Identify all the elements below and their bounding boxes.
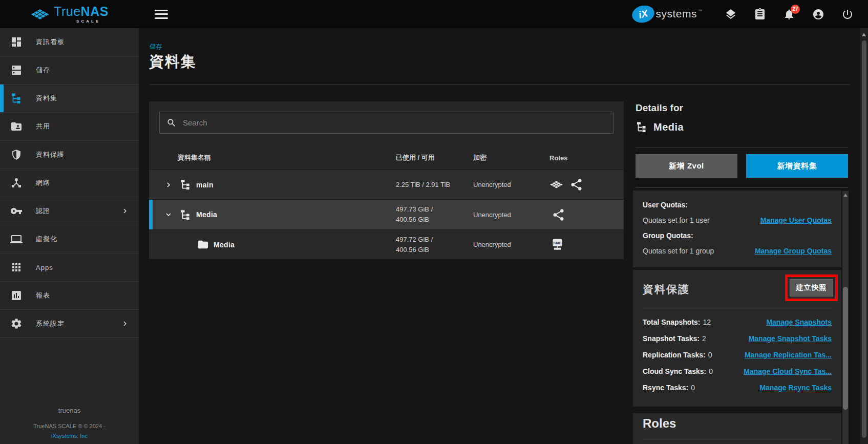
truenas-diamond-icon — [30, 5, 50, 24]
user-quotas-title: User Quotas: — [643, 197, 832, 213]
divider — [643, 308, 832, 308]
search-input[interactable] — [183, 118, 613, 127]
sidebar-item-shares[interactable]: 共用 — [0, 113, 139, 141]
usage-value-line2: 400.56 GiB — [396, 215, 473, 225]
sidebar-item-label: 認證 — [36, 206, 50, 216]
ix-ellipse-icon: iX — [630, 3, 657, 25]
alerts-bell-icon[interactable]: 27 — [783, 8, 795, 20]
roles-card: Roles — [633, 413, 841, 444]
dataset-name: main — [196, 181, 214, 189]
row-label: Rsync Tasks: — [643, 384, 688, 392]
user-quotas-text: Quotas set for 1 user — [643, 213, 710, 228]
table-row-selected[interactable]: Media 497.73 GiB / 400.56 GiB Unencrypte… — [149, 199, 624, 229]
details-panel: Details for Media 新增 Zvol 新增資料集 User Quo… — [633, 102, 850, 444]
sidebar-item-label: 網路 — [36, 178, 50, 187]
main-content: 儲存 資料集 資料集名稱 已使用 / 可用 加密 Roles main — [139, 28, 868, 444]
encryption-status: Unencrypted — [473, 181, 549, 188]
protection-row: Total Snapshots:12 Manage Snapshots — [643, 314, 832, 330]
storage-icon — [10, 64, 23, 76]
scroll-up-arrow-icon[interactable] — [843, 194, 848, 197]
ix-systems-text: systems — [655, 8, 697, 20]
dataset-name: Media — [196, 210, 217, 219]
sidebar-item-dashboard[interactable]: 資訊看板 — [0, 28, 139, 56]
data-protection-title: 資料保護 — [643, 282, 690, 297]
sidebar-item-credentials[interactable]: 認證 — [0, 197, 139, 225]
row-label: Cloud Sync Tasks: — [643, 367, 706, 375]
title-divider — [150, 84, 850, 85]
hostname-text: truenas — [0, 407, 139, 414]
scrollbar-thumb[interactable] — [843, 287, 848, 410]
divider — [636, 187, 848, 188]
column-header-name[interactable]: 資料集名稱 — [149, 153, 396, 162]
sidebar-item-label: 報表 — [36, 291, 50, 300]
sidebar-item-storage[interactable]: 儲存 — [0, 56, 139, 84]
manage-replication-tasks-link[interactable]: Manage Replication Tas... — [745, 351, 832, 359]
row-value: 0 — [709, 367, 713, 375]
usage-value-line2: 400.56 GiB — [396, 245, 473, 255]
divider — [643, 439, 832, 439]
dataset-tree-icon — [180, 179, 192, 191]
apps-icon — [10, 261, 23, 273]
account-icon[interactable] — [812, 8, 824, 20]
sidebar-item-network[interactable]: 網路 — [0, 169, 139, 197]
truenas-icon — [549, 178, 563, 192]
page-scrollbar[interactable] — [860, 28, 868, 444]
truenas-logo[interactable]: TrueNAS SCALE — [0, 0, 139, 28]
sidebar-item-virtualization[interactable]: 虛擬化 — [0, 225, 139, 253]
power-icon[interactable] — [841, 8, 854, 20]
sidebar-item-system-settings[interactable]: 系統設定 — [0, 310, 139, 338]
credentials-icon — [10, 205, 23, 217]
column-header-roles[interactable]: Roles — [549, 154, 624, 162]
data-protection-icon — [10, 149, 23, 161]
create-snapshot-button[interactable]: 建立快照 — [790, 279, 833, 297]
sidebar-item-data-protection[interactable]: 資料保護 — [0, 141, 139, 169]
column-header-usage[interactable]: 已使用 / 可用 — [396, 153, 473, 162]
reporting-icon — [10, 289, 23, 302]
add-dataset-button[interactable]: 新增資料集 — [746, 154, 848, 178]
row-label: Snapshot Tasks: — [643, 334, 700, 343]
shares-icon — [10, 120, 23, 133]
protection-row: Snapshot Tasks:2 Manage Snapshot Tasks — [643, 330, 832, 347]
smb-share-icon — [551, 238, 564, 251]
manage-cloud-sync-tasks-link[interactable]: Manage Cloud Sync Tas... — [744, 367, 832, 375]
ixsystems-logo[interactable]: iX systems ™ — [632, 6, 702, 23]
sidenav-toggle-button[interactable] — [155, 10, 168, 19]
dashboard-icon — [10, 36, 23, 48]
truecommand-icon[interactable] — [725, 8, 737, 20]
table-row[interactable]: main 2.25 TiB / 2.91 TiB Unencrypted — [149, 170, 624, 199]
ixsystems-link[interactable]: iXsystems, Inc — [0, 433, 139, 439]
row-label: Total Snapshots: — [643, 318, 701, 326]
expand-chevron-right-icon[interactable] — [164, 180, 173, 189]
sidebar-item-apps[interactable]: Apps — [0, 253, 139, 282]
sidebar-item-label: 資料集 — [36, 94, 57, 103]
breadcrumb[interactable]: 儲存 — [150, 43, 162, 51]
dataset-search[interactable] — [159, 112, 613, 134]
table-row-child[interactable]: Media 497.72 GiB / 400.56 GiB Unencrypte… — [149, 229, 624, 259]
jobs-clipboard-icon[interactable] — [754, 8, 766, 20]
group-quotas-text: Quotas set for 1 group — [643, 243, 714, 259]
row-label: Replication Tasks: — [643, 351, 706, 359]
network-icon — [10, 177, 23, 189]
usage-value: 2.25 TiB / 2.91 TiB — [396, 180, 473, 190]
add-zvol-button[interactable]: 新增 Zvol — [636, 154, 737, 178]
manage-snapshots-link[interactable]: Manage Snapshots — [766, 318, 832, 326]
sidebar-item-reporting[interactable]: 報表 — [0, 282, 139, 310]
search-icon — [166, 118, 177, 128]
row-value: 0 — [691, 384, 695, 392]
scrollbar-thumb[interactable] — [862, 40, 866, 438]
manage-rsync-tasks-link[interactable]: Manage Rsync Tasks — [759, 384, 832, 392]
details-scrollbar[interactable] — [842, 191, 849, 444]
scroll-up-arrow-icon[interactable] — [862, 33, 866, 36]
sidebar-item-label: 系統設定 — [36, 319, 65, 328]
column-header-encryption[interactable]: 加密 — [473, 153, 549, 162]
manage-snapshot-tasks-link[interactable]: Manage Snapshot Tasks — [749, 334, 832, 343]
row-value: 2 — [702, 334, 706, 343]
manage-user-quotas-link[interactable]: Manage User Quotas — [760, 213, 832, 228]
protection-row: Replication Tasks:0 Manage Replication T… — [643, 347, 832, 363]
wordmark-true: True — [54, 4, 80, 18]
sidebar-item-datasets[interactable]: 資料集 — [0, 84, 139, 113]
datasets-icon — [10, 92, 23, 104]
dataset-tree-icon — [180, 209, 192, 221]
manage-group-quotas-link[interactable]: Manage Group Quotas — [755, 243, 832, 259]
collapse-chevron-down-icon[interactable] — [164, 210, 173, 219]
